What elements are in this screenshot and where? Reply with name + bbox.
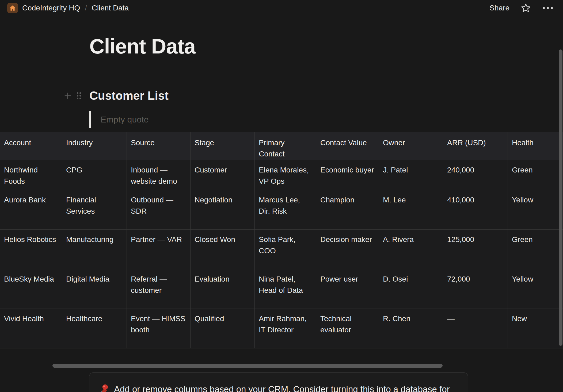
- table-cell[interactable]: CPG: [62, 160, 127, 190]
- topbar: CodeIntegrity HQ / Client Data Share: [0, 0, 563, 16]
- table-cell[interactable]: Champion: [316, 190, 379, 230]
- table-cell[interactable]: Yellow: [508, 269, 563, 309]
- table-cell[interactable]: Marcus Lee, Dir. Risk: [255, 190, 316, 230]
- table-cell[interactable]: Digital Media: [62, 269, 127, 309]
- table-cell[interactable]: Technical evaluator: [316, 309, 379, 348]
- table-cell[interactable]: Financial Services: [62, 190, 127, 230]
- home-icon[interactable]: [7, 3, 18, 13]
- star-icon[interactable]: [521, 3, 531, 13]
- table-cell[interactable]: Customer: [191, 160, 255, 190]
- table-cell[interactable]: Sofia Park, COO: [255, 230, 316, 269]
- table-cell[interactable]: Qualified: [191, 309, 255, 348]
- table-cell[interactable]: BlueSky Media: [0, 269, 62, 309]
- table-cell[interactable]: 72,000: [443, 269, 508, 309]
- table-cell[interactable]: M. Lee: [379, 190, 443, 230]
- callout-text[interactable]: Add or remove columns based on your CRM.…: [114, 383, 450, 392]
- breadcrumb: CodeIntegrity HQ / Client Data: [7, 3, 129, 13]
- drag-handle-icon[interactable]: [75, 91, 82, 101]
- table-cell[interactable]: Healthcare: [62, 309, 127, 348]
- table-cell[interactable]: Decision maker: [316, 230, 379, 269]
- quote-placeholder[interactable]: Empty quote: [101, 115, 149, 125]
- table-row: Aurora BankFinancial ServicesOutbound — …: [0, 190, 563, 230]
- table-cell[interactable]: Negotiation: [191, 190, 255, 230]
- table-cell[interactable]: Elena Morales, VP Ops: [255, 160, 316, 190]
- column-header-industry[interactable]: Industry: [62, 132, 127, 160]
- ellipsis-icon[interactable]: [542, 6, 553, 10]
- breadcrumb-separator: /: [84, 4, 87, 12]
- table-cell[interactable]: Nina Patel, Head of Data: [255, 269, 316, 309]
- table-cell[interactable]: Vivid Health: [0, 309, 62, 348]
- customer-table: AccountIndustrySourceStagePrimary Contac…: [0, 132, 563, 348]
- table-cell[interactable]: Aurora Bank: [0, 190, 62, 230]
- column-header-arr-usd[interactable]: ARR (USD): [443, 132, 508, 160]
- table-cell[interactable]: R. Chen: [379, 309, 443, 348]
- breadcrumb-page[interactable]: Client Data: [92, 4, 129, 12]
- table-cell[interactable]: Power user: [316, 269, 379, 309]
- table-row: Helios RoboticsManufacturingPartner — VA…: [0, 230, 563, 269]
- vertical-scrollbar-thumb[interactable]: [559, 49, 562, 346]
- table-cell[interactable]: Event — HIMSS booth: [127, 309, 191, 348]
- table-cell[interactable]: Amir Rahman, IT Director: [255, 309, 316, 348]
- table-cell[interactable]: Evaluation: [191, 269, 255, 309]
- pushpin-icon[interactable]: [97, 383, 109, 392]
- table-cell[interactable]: Green: [508, 160, 563, 190]
- table-cell[interactable]: Referral — customer: [127, 269, 191, 309]
- table-cell[interactable]: Green: [508, 230, 563, 269]
- table-cell[interactable]: D. Osei: [379, 269, 443, 309]
- callout-block[interactable]: Add or remove columns based on your CRM.…: [89, 372, 468, 392]
- column-header-stage[interactable]: Stage: [191, 132, 255, 160]
- table-cell[interactable]: J. Patel: [379, 160, 443, 190]
- table-cell[interactable]: Inbound — website demo: [127, 160, 191, 190]
- column-header-contact-value[interactable]: Contact Value: [316, 132, 379, 160]
- table-cell[interactable]: Economic buyer: [316, 160, 379, 190]
- horizontal-scrollbar-thumb[interactable]: [52, 364, 443, 368]
- table-cell[interactable]: Closed Won: [191, 230, 255, 269]
- table-row: Vivid HealthHealthcareEvent — HIMSS boot…: [0, 309, 563, 348]
- topbar-actions: Share: [489, 3, 553, 13]
- share-button[interactable]: Share: [489, 4, 509, 12]
- table-cell[interactable]: Outbound — SDR: [127, 190, 191, 230]
- table-cell[interactable]: Northwind Foods: [0, 160, 62, 190]
- table-cell[interactable]: Yellow: [508, 190, 563, 230]
- breadcrumb-workspace[interactable]: CodeIntegrity HQ: [22, 4, 80, 12]
- table-cell[interactable]: Manufacturing: [62, 230, 127, 269]
- table-cell[interactable]: New: [508, 309, 563, 348]
- table-cell[interactable]: 125,000: [443, 230, 508, 269]
- table-cell[interactable]: Helios Robotics: [0, 230, 62, 269]
- page-title[interactable]: Client Data: [89, 34, 195, 59]
- table-cell[interactable]: A. Rivera: [379, 230, 443, 269]
- column-header-owner[interactable]: Owner: [379, 132, 443, 160]
- table-row: Northwind FoodsCPGInbound — website demo…: [0, 160, 563, 190]
- column-header-account[interactable]: Account: [0, 132, 62, 160]
- quote-bar: [89, 111, 91, 128]
- table-cell[interactable]: —: [443, 309, 508, 348]
- table-row: BlueSky MediaDigital MediaReferral — cus…: [0, 269, 563, 309]
- table-cell[interactable]: Partner — VAR: [127, 230, 191, 269]
- section-heading[interactable]: Customer List: [89, 88, 169, 103]
- column-header-source[interactable]: Source: [127, 132, 191, 160]
- column-header-health[interactable]: Health: [508, 132, 563, 160]
- quote-block[interactable]: Empty quote: [89, 111, 149, 128]
- table-header-row: AccountIndustrySourceStagePrimary Contac…: [0, 132, 563, 160]
- table-cell[interactable]: 240,000: [443, 160, 508, 190]
- column-header-primary-contact[interactable]: Primary Contact: [255, 132, 316, 160]
- add-block-plus-icon[interactable]: [64, 92, 72, 101]
- table-cell[interactable]: 410,000: [443, 190, 508, 230]
